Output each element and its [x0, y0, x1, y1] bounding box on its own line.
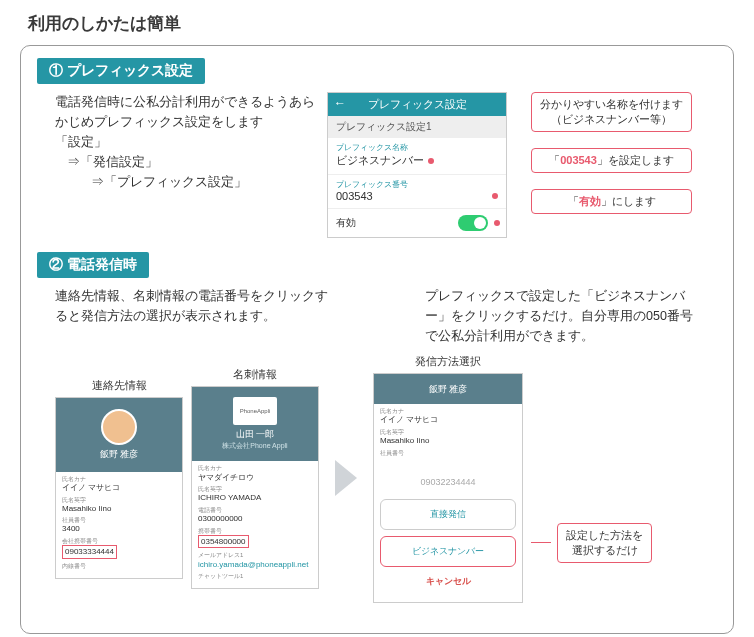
col-label: 発信方法選択: [415, 354, 481, 369]
direct-call-button[interactable]: 直接発信: [380, 499, 516, 530]
callout-text: 「: [549, 154, 560, 166]
callout-text: 設定した方法を: [566, 529, 643, 541]
callout-text: 「: [568, 195, 579, 207]
sub-header: プレフィックス設定1: [328, 116, 506, 138]
field-value: 3400: [62, 524, 176, 534]
field-label: プレフィックス番号: [336, 179, 498, 190]
field-value: Masahiko Iino: [62, 504, 176, 514]
field-label: 氏名カナ: [198, 465, 312, 472]
section2-desc-left: 連絡先情報、名刺情報の電話番号をクリックすると発信方法の選択が表示されます。: [55, 286, 335, 346]
col-dialog: 発信方法選択 飯野 雅彦 氏名カナイイノ マサヒコ 氏名英字Masahiko I…: [373, 354, 523, 603]
field-label: 氏名英字: [380, 429, 516, 436]
field-value: イイノ マサヒコ: [380, 415, 516, 425]
section-prefix-setting: ① プレフィックス設定 電話発信時に公私分計利用ができるようあらかじめプレフィッ…: [37, 58, 717, 238]
enable-toggle[interactable]: [458, 215, 488, 231]
business-number-button[interactable]: ビジネスナンバー: [380, 536, 516, 567]
field-label: プレフィックス名称: [336, 142, 498, 153]
desc-line: 電話発信時に公私分計利用ができるようあらかじめプレフィックス設定をします: [55, 92, 315, 132]
callout-name: 分かりやすい名称を付けます （ビジネスナンバー等）: [531, 92, 692, 132]
callout-accent: 003543: [560, 154, 597, 166]
screenshot-prefix: ← プレフィックス設定 プレフィックス設定1 プレフィックス名称 ビジネスナンバ…: [327, 92, 507, 238]
desc-line: ⇒「発信設定」: [67, 152, 315, 172]
callout-enable: 「有効」にします: [531, 189, 692, 214]
col-label: 連絡先情報: [92, 378, 147, 393]
section2-badge: ② 電話発信時: [37, 252, 149, 278]
section-call: ② 電話発信時 連絡先情報、名刺情報の電話番号をクリックすると発信方法の選択が表…: [37, 252, 717, 603]
dialog-header: 飯野 雅彦: [374, 374, 522, 404]
desc-line: 「設定」: [55, 132, 315, 152]
callout-text: 」にします: [601, 195, 656, 207]
callout-text: （ビジネスナンバー等）: [551, 113, 672, 125]
connector-line: [531, 542, 551, 543]
avatar: [101, 409, 137, 445]
phone-number-link[interactable]: 0354800000: [198, 535, 249, 549]
business-card-icon: PhoneAppli: [233, 397, 277, 425]
field-label: 氏名カナ: [62, 476, 176, 483]
callout-dot: [492, 193, 498, 199]
field-label: 社員番号: [62, 517, 176, 524]
dialog-number: 09032234444: [380, 471, 516, 493]
field-label: 携帯番号: [198, 528, 312, 535]
field-label: メールアドレス1: [198, 552, 312, 559]
phone-header-title: プレフィックス設定: [368, 98, 467, 110]
field-label: チャットツール1: [198, 573, 312, 580]
callout-text: 選択するだけ: [572, 544, 638, 556]
cancel-button[interactable]: キャンセル: [380, 567, 516, 596]
section1-badge: ① プレフィックス設定: [37, 58, 205, 84]
callout-select-method: 設定した方法を 選択するだけ: [557, 523, 652, 563]
callout-dot: [494, 220, 500, 226]
mail-link[interactable]: ichiro.yamada@phoneappli.net: [198, 560, 312, 570]
arrow-icon: [335, 460, 357, 496]
back-icon[interactable]: ←: [334, 96, 346, 110]
prefix-number-input[interactable]: 003543: [336, 190, 373, 202]
card-name: 山田 一郎: [236, 428, 275, 441]
callout-accent: 有効: [579, 195, 601, 207]
desc-line: ⇒「プレフィックス設定」: [91, 172, 315, 192]
field-label: 内線番号: [62, 563, 176, 570]
callout-text: 分かりやすい名称を付けます: [540, 98, 683, 110]
field-value: イイノ マサヒコ: [62, 483, 176, 493]
field-label: 氏名英字: [198, 486, 312, 493]
prefix-name-input[interactable]: ビジネスナンバー: [336, 153, 424, 168]
enable-label: 有効: [336, 216, 356, 230]
col-card: 名刺情報 PhoneAppli 山田 一郎 株式会社Phone Appli 氏名…: [191, 367, 319, 589]
contact-name: 飯野 雅彦: [100, 448, 139, 461]
page-title: 利用のしかたは簡単: [28, 12, 734, 35]
callout-text: 」を設定します: [597, 154, 674, 166]
field-label: 氏名英字: [62, 497, 176, 504]
section2-desc-right: プレフィックスで設定した「ビジネスナンバー」をクリックするだけ。自分専用の050…: [425, 286, 705, 346]
field-value: ヤマダイチロウ: [198, 473, 312, 483]
field-label: 会社携帯番号: [62, 538, 176, 545]
field-label: 氏名カナ: [380, 408, 516, 415]
phone-number-link[interactable]: 09033334444: [62, 545, 117, 559]
field-value: ICHIRO YAMADA: [198, 493, 312, 503]
col-label: 名刺情報: [233, 367, 277, 382]
outer-frame: ① プレフィックス設定 電話発信時に公私分計利用ができるようあらかじめプレフィッ…: [20, 45, 734, 634]
phone-header: ← プレフィックス設定: [328, 93, 506, 116]
card-company: 株式会社Phone Appli: [222, 441, 287, 451]
callout-dot: [428, 158, 434, 164]
field-label: 電話番号: [198, 507, 312, 514]
field-label: 社員番号: [380, 450, 516, 457]
section1-description: 電話発信時に公私分計利用ができるようあらかじめプレフィックス設定をします 「設定…: [55, 92, 315, 192]
col-contact: 連絡先情報 飯野 雅彦 氏名カナイイノ マサヒコ 氏名英字Masahiko Ii…: [55, 378, 183, 579]
field-value: 0300000000: [198, 514, 312, 524]
callout-number: 「003543」を設定します: [531, 148, 692, 173]
field-value: Masahiko Iino: [380, 436, 516, 446]
